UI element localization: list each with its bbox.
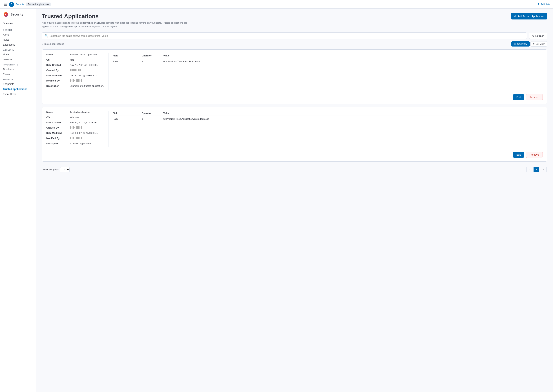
sidebar-item-event-filters[interactable]: Event filters [0, 91, 36, 97]
field-header-0: Field [113, 53, 142, 58]
datecreated-value-1: Nov 29, 2021 @ 19:08:46.... [70, 121, 99, 124]
add-data-button[interactable]: 🗄 Add data [537, 3, 550, 6]
fields-table-1: Field Operator Value Path is C:\Program … [113, 111, 543, 122]
pagination-controls: ‹ 1 › [526, 167, 546, 172]
datecreated-label-0: Date Created [46, 64, 70, 66]
meta-createdby-row-0: Created By ████ ██ [46, 69, 104, 72]
sidebar-item-exceptions[interactable]: Exceptions [0, 42, 36, 47]
sidebar-item-rules[interactable]: Rules [0, 37, 36, 42]
description-label-0: Description [46, 84, 70, 87]
name-label-1: Name [46, 111, 70, 113]
grid-view-button[interactable]: ⊞ Grid view [511, 41, 530, 47]
app-card-inner-0: Name Sample Trusted Application OS Mac D… [46, 53, 543, 90]
sidebar-item-hosts[interactable]: Hosts [0, 52, 36, 57]
modifiedby-value-0: █▪█▪ ██▪█ [70, 79, 83, 82]
edit-button-0[interactable]: Edit [513, 94, 524, 100]
nav-avatar: D [9, 2, 14, 7]
datecreated-value-0: Nov 29, 2021 @ 19:08:00.... [70, 64, 99, 66]
meta-modifiedby-row-1: Modified By █▪█▪ ██▪█ [46, 137, 104, 140]
value-cell-1-0: C:\Program Files\Application\trustedapp.… [163, 116, 543, 122]
svg-text:S: S [5, 13, 6, 16]
app-body: S Security Overview Detect Alerts Rules … [0, 9, 553, 392]
description-label-1: Description [46, 142, 70, 145]
description-value-1: A trusted application. [70, 142, 92, 145]
database-icon: 🗄 [537, 3, 540, 6]
field-cell-0-0: Path [113, 58, 142, 65]
app-fields-1: Field Operator Value Path is C:\Program … [108, 111, 543, 147]
add-trusted-application-button[interactable]: ⊕ Add Trusted Application [511, 13, 547, 20]
datemodified-label-0: Date Modified [46, 74, 70, 77]
page-subtitle: Add a trusted application to improve per… [42, 21, 190, 28]
search-input[interactable] [49, 35, 524, 37]
datemodified-value-1: Dec 8, 2021 @ 15:09:39.0... [70, 132, 99, 134]
plus-icon: ⊕ [514, 15, 516, 18]
field-cell-1-0: Path [113, 116, 142, 122]
sub-controls: 2 trusted applications ⊞ Grid view ≡ Lis… [42, 41, 547, 47]
page-header-text: Trusted Applications Add a trusted appli… [42, 13, 190, 28]
operator-header-0: Operator [142, 53, 163, 58]
prev-page-button[interactable]: ‹ [526, 167, 532, 172]
datemodified-label-1: Date Modified [46, 132, 70, 134]
rows-per-page-label: Rows per page: [42, 168, 59, 171]
hamburger-menu[interactable] [3, 2, 7, 6]
sidebar-item-alerts[interactable]: Alerts [0, 32, 36, 37]
createdby-value-1: █▪█▪ ██▪█ [70, 126, 83, 129]
remove-button-0[interactable]: Remove [526, 94, 543, 100]
main-content: Trusted Applications Add a trusted appli… [36, 9, 553, 392]
grid-view-label: Grid view [517, 42, 527, 45]
sidebar-item-network[interactable]: Network [0, 57, 36, 62]
sidebar-item-trusted-applications[interactable]: Trusted applications [0, 87, 36, 91]
sidebar-item-timelines[interactable]: Timelines [0, 67, 36, 72]
meta-description-row-1: Description A trusted application. [46, 142, 104, 145]
meta-createdby-row-1: Created By █▪█▪ ██▪█ [46, 126, 104, 129]
add-trusted-label: Add Trusted Application [518, 15, 544, 18]
page-1-button[interactable]: 1 [533, 167, 539, 172]
os-label-0: OS [46, 58, 70, 61]
value-cell-0-0: /Applications/TrustedApplication.app [163, 58, 543, 65]
card-actions-0: Edit Remove [46, 92, 543, 100]
refresh-button[interactable]: ↻ Refresh [529, 33, 547, 39]
description-value-0: Example of a trusted application. [70, 84, 104, 87]
sidebar-section-investigate: Investigate [0, 62, 36, 67]
breadcrumb-current: Trusted applications [26, 2, 51, 6]
name-value-1: Trusted Application [70, 111, 90, 113]
fields-table-0: Field Operator Value Path is /Applicatio… [113, 53, 543, 64]
value-header-1: Value [163, 111, 543, 116]
page-title: Trusted Applications [42, 13, 190, 20]
nav-left: D Security › Trusted applications [3, 2, 51, 7]
os-label-1: OS [46, 116, 70, 119]
meta-os-row-1: OS Windows [46, 116, 104, 119]
list-view-button[interactable]: ≡ List view [531, 41, 547, 47]
meta-datecreated-row-0: Date Created Nov 29, 2021 @ 19:08:00.... [46, 64, 104, 66]
sidebar-item-cases[interactable]: Cases [0, 72, 36, 77]
list-icon: ≡ [533, 42, 535, 45]
top-nav: D Security › Trusted applications 🗄 Add … [0, 0, 553, 9]
remove-button-1[interactable]: Remove [526, 152, 543, 158]
sidebar-item-endpoints[interactable]: Endpoints [0, 82, 36, 87]
view-toggle: ⊞ Grid view ≡ List view [511, 41, 547, 47]
operator-header-1: Operator [142, 111, 163, 116]
modifiedby-label-1: Modified By [46, 137, 70, 140]
next-page-button[interactable]: › [541, 167, 546, 172]
breadcrumb-security[interactable]: Security [15, 3, 24, 6]
sidebar-app-name: Security [10, 13, 23, 16]
datecreated-label-1: Date Created [46, 121, 70, 124]
field-header-1: Field [113, 111, 142, 116]
app-card-1: Name Trusted Application OS Windows Date… [42, 107, 547, 161]
meta-datemodified-row-1: Date Modified Dec 8, 2021 @ 15:09:39.0..… [46, 132, 104, 134]
card-actions-1: Edit Remove [46, 149, 543, 158]
refresh-label: Refresh [535, 35, 544, 37]
sidebar-section-manage: Manage [0, 77, 36, 82]
datemodified-value-0: Dec 8, 2021 @ 15:09:30.6... [70, 74, 99, 77]
meta-name-row-0: Name Sample Trusted Application [46, 53, 104, 56]
meta-modifiedby-row-0: Modified By █▪█▪ ██▪█ [46, 79, 104, 82]
rows-per-page: Rows per page: 10 25 50 [42, 167, 71, 172]
refresh-icon: ↻ [532, 35, 534, 37]
meta-datemodified-row-0: Date Modified Dec 8, 2021 @ 15:09:30.6..… [46, 74, 104, 77]
breadcrumb: Security › Trusted applications [15, 2, 51, 6]
edit-button-1[interactable]: Edit [513, 152, 524, 158]
operator-cell-0-0: is [142, 58, 163, 65]
rows-per-page-select[interactable]: 10 25 50 [60, 167, 69, 172]
sidebar-item-overview[interactable]: Overview [0, 21, 36, 26]
createdby-label-1: Created By [46, 126, 70, 129]
